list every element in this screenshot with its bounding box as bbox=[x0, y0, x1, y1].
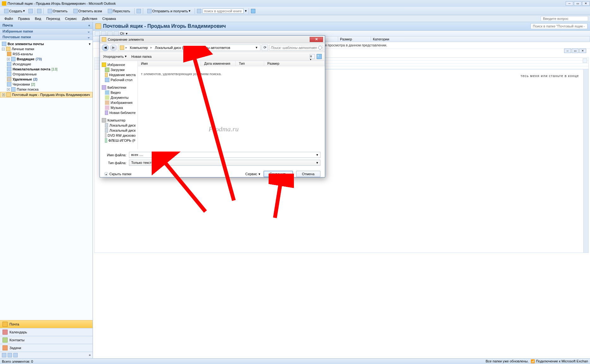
tree-flash[interactable]: ФЛЕШ-ИГОРЬ (F bbox=[100, 138, 137, 143]
switch-mail[interactable]: Почта bbox=[0, 320, 93, 328]
expand-icon[interactable]: − bbox=[2, 48, 5, 51]
tree-local-d[interactable]: Локальный диск bbox=[100, 128, 137, 133]
tree-search-folders[interactable]: +Папки поиска bbox=[0, 87, 93, 92]
forward-button[interactable]: Переслать bbox=[106, 8, 132, 14]
compose-minimize-button[interactable]: ─ bbox=[564, 49, 571, 53]
back-button[interactable]: ◀ bbox=[102, 44, 109, 51]
switch-tasks[interactable]: Задачи bbox=[0, 344, 93, 352]
col-categories[interactable]: Категории bbox=[371, 37, 590, 42]
tree-downloads[interactable]: Загрузки bbox=[100, 67, 137, 72]
menu-view[interactable]: Вид bbox=[32, 17, 44, 21]
service-dropdown[interactable]: Сервис ▾ bbox=[245, 172, 260, 176]
folder-list-icon[interactable] bbox=[8, 353, 12, 357]
tree-personal-folders[interactable]: −Личные папки bbox=[0, 46, 93, 51]
menu-help[interactable]: Справка bbox=[100, 17, 119, 21]
compose-close-button[interactable]: ✕ bbox=[579, 49, 586, 53]
cancel-button[interactable]: Отмена bbox=[296, 171, 320, 177]
expand-icon[interactable]: + bbox=[7, 58, 10, 61]
expand-icon[interactable]: + bbox=[2, 93, 5, 96]
tree-local-c[interactable]: Локальный диск bbox=[100, 123, 137, 128]
folder-search-input[interactable] bbox=[531, 23, 587, 29]
address-book-search-input[interactable] bbox=[203, 9, 244, 14]
tree-video[interactable]: Видео bbox=[100, 90, 137, 95]
collapse-nav-icon[interactable]: « bbox=[88, 24, 90, 27]
shortcuts-icon[interactable] bbox=[13, 353, 18, 357]
nav-section-mail-folders[interactable]: Почтовые папки⌄ bbox=[0, 34, 93, 40]
col-date[interactable]: Дата изменения bbox=[201, 61, 236, 66]
reply-button[interactable]: Ответить bbox=[46, 8, 70, 14]
sort-icon3[interactable] bbox=[107, 31, 113, 36]
tree-all-items[interactable]: Все элементы почты▾ bbox=[0, 41, 93, 46]
switch-contacts[interactable]: Контакты bbox=[0, 336, 93, 344]
tree-sent[interactable]: Отправленные bbox=[0, 72, 93, 77]
print-icon[interactable] bbox=[28, 9, 33, 13]
dialog-save-fields: Имя файла: всех ....▾ Тип файла: Только … bbox=[100, 149, 325, 169]
tree-inbox[interactable]: +Входящие (73) bbox=[0, 57, 93, 62]
col-type[interactable]: Тип bbox=[236, 61, 264, 66]
tree-desktop[interactable]: Рабочий стол bbox=[100, 77, 137, 82]
organize-button[interactable]: Упорядочить ▾ bbox=[103, 54, 127, 58]
dialog-search-wrap bbox=[269, 45, 323, 51]
window-close-button[interactable]: ✕ bbox=[582, 1, 590, 6]
tree-libraries[interactable]: Библиотеки bbox=[100, 85, 137, 90]
filename-dropdown-icon[interactable]: ▾ bbox=[316, 153, 318, 157]
view-mode-button[interactable]: ≡▾ bbox=[310, 54, 315, 59]
col-size[interactable]: Размер bbox=[338, 37, 371, 42]
col-name[interactable]: Имя bbox=[138, 61, 201, 66]
dialog-search-input[interactable] bbox=[269, 45, 323, 51]
sort-icon1[interactable] bbox=[95, 31, 100, 36]
forward-button[interactable]: ▶ bbox=[110, 44, 117, 51]
help-icon[interactable] bbox=[251, 9, 255, 13]
send-receive-button[interactable]: Отправить и получить ▾ bbox=[145, 8, 193, 14]
tree-favorites[interactable]: Избранное bbox=[100, 62, 137, 67]
tree-junk[interactable]: Нежелательная почта [13] bbox=[0, 67, 93, 72]
menu-edit[interactable]: Правка bbox=[15, 17, 32, 21]
nav-section-favorites[interactable]: Избранные папки⌄ bbox=[0, 29, 93, 34]
help-button[interactable]: ? bbox=[317, 54, 322, 59]
categorize-icon[interactable] bbox=[137, 9, 141, 13]
window-maximize-button[interactable]: ▭ bbox=[574, 1, 581, 6]
sort-icon4[interactable] bbox=[114, 31, 119, 36]
tree-music[interactable]: Музыка bbox=[100, 105, 137, 110]
sort-from-label[interactable]: От bbox=[120, 32, 125, 35]
menu-service[interactable]: Сервис bbox=[63, 17, 80, 21]
refresh-button[interactable]: ⟳ bbox=[262, 45, 268, 51]
sort-icon2[interactable] bbox=[101, 31, 106, 36]
tree-dvd[interactable]: DVD RW дисково bbox=[100, 133, 137, 138]
filetype-combo[interactable]: Только текст▾ bbox=[129, 160, 320, 166]
switch-calendar[interactable]: Календарь bbox=[0, 328, 93, 336]
new-folder-button[interactable]: Новая папка bbox=[131, 55, 151, 58]
create-button[interactable]: Создать ▾ bbox=[2, 8, 27, 14]
ask-question-input[interactable] bbox=[541, 16, 588, 21]
path-dropdown-icon[interactable]: ▾ bbox=[254, 45, 259, 50]
tree-newlib[interactable]: Новая библиоте bbox=[100, 110, 137, 115]
tree-deleted[interactable]: Удаленные (2) bbox=[0, 77, 93, 82]
tree-drafts[interactable]: Черновики [2] bbox=[0, 82, 93, 87]
menu-goto[interactable]: Переход bbox=[44, 17, 63, 21]
tree-images[interactable]: Изображения bbox=[100, 100, 137, 105]
notes-icon[interactable] bbox=[2, 353, 6, 357]
save-button[interactable]: Сохранить bbox=[264, 171, 293, 177]
menu-file[interactable]: Файл bbox=[2, 17, 15, 21]
tree-rss[interactable]: RSS-каналы bbox=[0, 51, 93, 57]
window-minimize-button[interactable]: ─ bbox=[566, 1, 573, 6]
tree-documents[interactable]: Документы bbox=[100, 95, 137, 100]
tree-computer[interactable]: Компьютер bbox=[100, 118, 137, 123]
compose-maximize-button[interactable]: ▭ bbox=[572, 49, 579, 53]
forward-icon bbox=[108, 9, 112, 13]
help-icon[interactable] bbox=[583, 58, 587, 63]
hide-folders-link[interactable]: ▴Скрыть папки bbox=[104, 172, 131, 176]
breadcrumb-path[interactable]: ▸ Компьютер ▸ Локальный диск (C:) ▸ шабл… bbox=[118, 45, 260, 51]
delete-icon[interactable] bbox=[37, 9, 41, 13]
find-icon[interactable] bbox=[197, 9, 201, 13]
dialog-close-button[interactable]: ✕ bbox=[310, 37, 323, 42]
compose-scrollbar[interactable] bbox=[583, 69, 588, 253]
filename-input[interactable]: всех ....▾ bbox=[129, 152, 320, 158]
reply-all-button[interactable]: Ответить всем bbox=[71, 8, 104, 14]
menu-actions[interactable]: Действия bbox=[80, 17, 100, 21]
tree-recent[interactable]: Недавние места bbox=[100, 72, 137, 77]
tree-mailbox[interactable]: +Почтовый ящик - Продьма Игорь Владимиро… bbox=[0, 92, 93, 98]
expand-icon[interactable]: + bbox=[7, 88, 10, 91]
tree-outbox[interactable]: Исходящие bbox=[0, 62, 93, 67]
col-size[interactable]: Размер bbox=[264, 61, 325, 66]
